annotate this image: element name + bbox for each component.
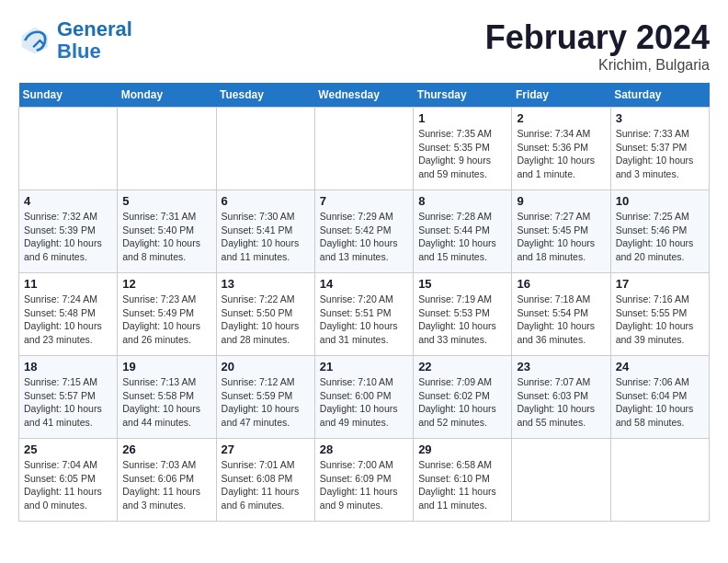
day-info: Sunrise: 7:16 AM Sunset: 5:55 PM Dayligh… — [616, 293, 704, 347]
day-info: Sunrise: 7:04 AM Sunset: 6:05 PM Dayligh… — [24, 458, 112, 512]
calendar-cell: 9Sunrise: 7:27 AM Sunset: 5:45 PM Daylig… — [512, 190, 610, 273]
day-info: Sunrise: 7:19 AM Sunset: 5:53 PM Dayligh… — [418, 293, 506, 347]
title-block: February 2024 Krichim, Bulgaria — [485, 18, 710, 74]
calendar-cell: 14Sunrise: 7:20 AM Sunset: 5:51 PM Dayli… — [314, 273, 413, 356]
logo-icon — [18, 24, 51, 57]
day-number: 25 — [24, 442, 112, 456]
day-info: Sunrise: 7:15 AM Sunset: 5:57 PM Dayligh… — [24, 375, 112, 430]
calendar-cell: 8Sunrise: 7:28 AM Sunset: 5:44 PM Daylig… — [414, 190, 512, 273]
calendar-table: SundayMondayTuesdayWednesdayThursdayFrid… — [18, 83, 710, 522]
day-info: Sunrise: 7:01 AM Sunset: 6:08 PM Dayligh… — [222, 458, 310, 512]
day-number: 8 — [418, 194, 506, 208]
weekday-header-sunday: Sunday — [19, 83, 118, 108]
day-info: Sunrise: 7:32 AM Sunset: 5:39 PM Dayligh… — [24, 210, 112, 264]
day-info: Sunrise: 7:28 AM Sunset: 5:44 PM Dayligh… — [418, 210, 506, 264]
day-info: Sunrise: 7:24 AM Sunset: 5:48 PM Dayligh… — [24, 293, 112, 347]
weekday-header-thursday: Thursday — [414, 83, 512, 108]
day-info: Sunrise: 7:29 AM Sunset: 5:42 PM Dayligh… — [320, 210, 408, 264]
calendar-cell — [314, 108, 413, 190]
weekday-header-monday: Monday — [118, 83, 216, 108]
calendar-cell: 28Sunrise: 7:00 AM Sunset: 6:09 PM Dayli… — [314, 439, 413, 522]
calendar-cell — [512, 439, 610, 522]
calendar-subtitle: Krichim, Bulgaria — [485, 57, 710, 74]
calendar-cell: 1Sunrise: 7:35 AM Sunset: 5:35 PM Daylig… — [414, 108, 512, 190]
calendar-cell: 22Sunrise: 7:09 AM Sunset: 6:02 PM Dayli… — [414, 356, 512, 439]
day-info: Sunrise: 7:09 AM Sunset: 6:02 PM Dayligh… — [418, 375, 506, 430]
calendar-cell: 3Sunrise: 7:33 AM Sunset: 5:37 PM Daylig… — [610, 108, 709, 190]
day-number: 2 — [517, 111, 605, 125]
weekday-header-saturday: Saturday — [610, 83, 709, 108]
day-number: 10 — [616, 194, 704, 208]
day-number: 19 — [122, 360, 210, 373]
logo: General Blue — [18, 18, 132, 63]
weekday-header-wednesday: Wednesday — [314, 83, 413, 108]
day-info: Sunrise: 7:34 AM Sunset: 5:36 PM Dayligh… — [517, 127, 605, 181]
day-number: 11 — [24, 277, 112, 291]
calendar-title: February 2024 — [485, 18, 710, 57]
calendar-cell: 19Sunrise: 7:13 AM Sunset: 5:58 PM Dayli… — [118, 356, 216, 439]
calendar-cell: 7Sunrise: 7:29 AM Sunset: 5:42 PM Daylig… — [314, 190, 413, 273]
page-header: General Blue February 2024 Krichim, Bulg… — [18, 18, 710, 74]
day-number: 9 — [517, 194, 605, 208]
week-row-2: 4Sunrise: 7:32 AM Sunset: 5:39 PM Daylig… — [19, 190, 710, 273]
logo-text: General Blue — [57, 18, 132, 63]
calendar-cell: 2Sunrise: 7:34 AM Sunset: 5:36 PM Daylig… — [512, 108, 610, 190]
day-info: Sunrise: 7:07 AM Sunset: 6:03 PM Dayligh… — [517, 375, 605, 430]
week-row-5: 25Sunrise: 7:04 AM Sunset: 6:05 PM Dayli… — [19, 439, 710, 522]
week-row-3: 11Sunrise: 7:24 AM Sunset: 5:48 PM Dayli… — [19, 273, 710, 356]
day-number: 29 — [418, 442, 506, 456]
calendar-cell: 25Sunrise: 7:04 AM Sunset: 6:05 PM Dayli… — [19, 439, 118, 522]
day-number: 5 — [122, 194, 210, 208]
calendar-cell: 11Sunrise: 7:24 AM Sunset: 5:48 PM Dayli… — [19, 273, 118, 356]
day-info: Sunrise: 7:03 AM Sunset: 6:06 PM Dayligh… — [122, 458, 210, 512]
week-row-1: 1Sunrise: 7:35 AM Sunset: 5:35 PM Daylig… — [19, 108, 710, 190]
day-info: Sunrise: 7:06 AM Sunset: 6:04 PM Dayligh… — [616, 375, 704, 430]
day-number: 27 — [222, 442, 310, 456]
day-info: Sunrise: 7:27 AM Sunset: 5:45 PM Dayligh… — [517, 210, 605, 264]
day-info: Sunrise: 7:22 AM Sunset: 5:50 PM Dayligh… — [222, 293, 310, 347]
day-number: 14 — [320, 277, 408, 291]
calendar-cell: 13Sunrise: 7:22 AM Sunset: 5:50 PM Dayli… — [216, 273, 314, 356]
day-number: 3 — [616, 111, 704, 125]
calendar-cell: 29Sunrise: 6:58 AM Sunset: 6:10 PM Dayli… — [414, 439, 512, 522]
day-info: Sunrise: 7:13 AM Sunset: 5:58 PM Dayligh… — [122, 375, 210, 430]
calendar-cell: 24Sunrise: 7:06 AM Sunset: 6:04 PM Dayli… — [610, 356, 709, 439]
calendar-cell: 10Sunrise: 7:25 AM Sunset: 5:46 PM Dayli… — [610, 190, 709, 273]
day-number: 15 — [418, 277, 506, 291]
calendar-cell: 21Sunrise: 7:10 AM Sunset: 6:00 PM Dayli… — [314, 356, 413, 439]
day-info: Sunrise: 7:00 AM Sunset: 6:09 PM Dayligh… — [320, 458, 408, 512]
calendar-cell: 27Sunrise: 7:01 AM Sunset: 6:08 PM Dayli… — [216, 439, 314, 522]
day-number: 22 — [418, 360, 506, 373]
day-info: Sunrise: 6:58 AM Sunset: 6:10 PM Dayligh… — [418, 458, 506, 512]
day-number: 16 — [517, 277, 605, 291]
day-info: Sunrise: 7:20 AM Sunset: 5:51 PM Dayligh… — [320, 293, 408, 347]
day-number: 6 — [222, 194, 310, 208]
calendar-cell: 23Sunrise: 7:07 AM Sunset: 6:03 PM Dayli… — [512, 356, 610, 439]
weekday-header-friday: Friday — [512, 83, 610, 108]
calendar-cell: 16Sunrise: 7:18 AM Sunset: 5:54 PM Dayli… — [512, 273, 610, 356]
calendar-cell — [610, 439, 709, 522]
weekday-header-tuesday: Tuesday — [216, 83, 314, 108]
calendar-cell: 20Sunrise: 7:12 AM Sunset: 5:59 PM Dayli… — [216, 356, 314, 439]
day-info: Sunrise: 7:25 AM Sunset: 5:46 PM Dayligh… — [616, 210, 704, 264]
calendar-cell: 4Sunrise: 7:32 AM Sunset: 5:39 PM Daylig… — [19, 190, 118, 273]
day-number: 26 — [122, 442, 210, 456]
calendar-cell: 15Sunrise: 7:19 AM Sunset: 5:53 PM Dayli… — [414, 273, 512, 356]
day-info: Sunrise: 7:33 AM Sunset: 5:37 PM Dayligh… — [616, 127, 704, 181]
day-number: 20 — [222, 360, 310, 373]
calendar-cell: 5Sunrise: 7:31 AM Sunset: 5:40 PM Daylig… — [118, 190, 216, 273]
calendar-cell: 17Sunrise: 7:16 AM Sunset: 5:55 PM Dayli… — [610, 273, 709, 356]
calendar-cell — [216, 108, 314, 190]
day-number: 4 — [24, 194, 112, 208]
calendar-cell: 12Sunrise: 7:23 AM Sunset: 5:49 PM Dayli… — [118, 273, 216, 356]
day-info: Sunrise: 7:35 AM Sunset: 5:35 PM Dayligh… — [418, 127, 506, 181]
calendar-cell: 6Sunrise: 7:30 AM Sunset: 5:41 PM Daylig… — [216, 190, 314, 273]
day-info: Sunrise: 7:12 AM Sunset: 5:59 PM Dayligh… — [222, 375, 310, 430]
day-number: 7 — [320, 194, 408, 208]
day-info: Sunrise: 7:23 AM Sunset: 5:49 PM Dayligh… — [122, 293, 210, 347]
calendar-cell: 26Sunrise: 7:03 AM Sunset: 6:06 PM Dayli… — [118, 439, 216, 522]
day-number: 24 — [616, 360, 704, 373]
day-number: 28 — [320, 442, 408, 456]
day-info: Sunrise: 7:30 AM Sunset: 5:41 PM Dayligh… — [222, 210, 310, 264]
day-number: 1 — [418, 111, 506, 125]
